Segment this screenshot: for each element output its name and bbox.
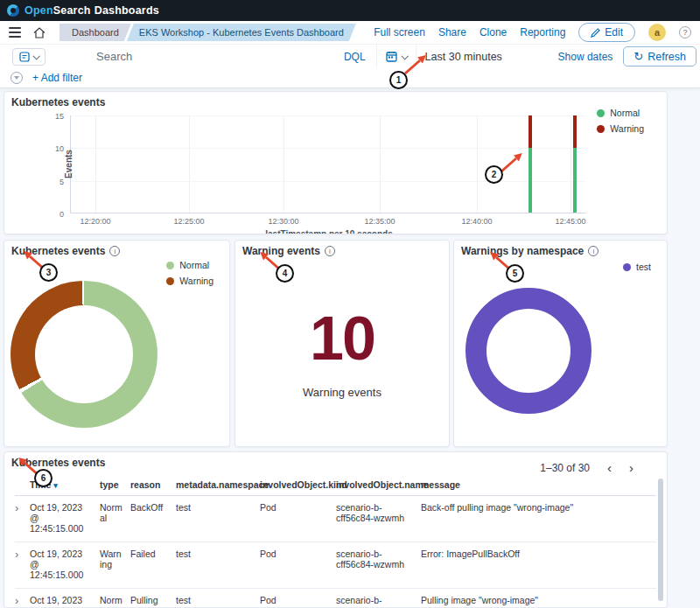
column-type[interactable]: type	[100, 476, 130, 496]
panel-kubernetes-events-table: Kubernetes events 1–30 of 30 ‹ › Time▾ t…	[4, 451, 668, 608]
search-input[interactable]	[52, 50, 333, 63]
table-header-row: Time▾ type reason metadata.namespace inv…	[15, 476, 656, 496]
legend-item-warning[interactable]: Warning	[597, 123, 644, 134]
info-icon[interactable]: i	[109, 246, 120, 256]
warning-dot-icon	[166, 277, 174, 285]
panel-kubernetes-events-histogram: Kubernetes events 15 10 5 0 12:20:00 12:…	[4, 91, 668, 234]
panel-title[interactable]: Kubernetes eventsi	[11, 245, 120, 257]
table-row[interactable]: › Oct 19, 2023 @ 12:45:15.000 Normal Bac…	[15, 496, 656, 542]
column-message[interactable]: message	[421, 476, 656, 496]
expand-row-icon[interactable]: ›	[15, 548, 18, 561]
chrome-bar: Dashboard EKS Workshop - Kubernetes Even…	[0, 21, 700, 44]
pencil-icon	[591, 28, 600, 38]
column-kind[interactable]: involvedObject.kind	[260, 476, 336, 496]
time-range-display[interactable]: Last 30 minutes	[416, 51, 558, 63]
x-tick: 12:20:00	[69, 217, 122, 226]
column-name[interactable]: involvedObject.name	[336, 476, 421, 496]
saved-query-icon	[19, 52, 30, 62]
panel-kubernetes-events-donut: Kubernetes eventsi Normal Warning	[4, 240, 230, 447]
breadcrumb: Dashboard EKS Workshop - Kubernetes Even…	[60, 24, 356, 41]
bar-warning-segment	[528, 115, 532, 148]
breadcrumb-dashboard[interactable]: Dashboard	[60, 24, 131, 41]
stacked-bar[interactable]	[573, 115, 577, 213]
y-tick: 15	[46, 112, 64, 121]
show-dates-link[interactable]: Show dates	[558, 51, 624, 63]
y-tick: 10	[46, 144, 64, 153]
bar-warning-segment	[573, 115, 577, 148]
panel-title[interactable]: Kubernetes events	[11, 96, 105, 108]
info-icon[interactable]: i	[325, 246, 335, 256]
filter-options-icon[interactable]	[10, 72, 23, 84]
histogram-plot-area: 15 10 5 0 12:20:00 12:25:00 12:30:00 12:…	[70, 115, 586, 213]
query-language-button[interactable]: DQL	[333, 51, 376, 63]
query-bar: DQL Last 30 minutes Show dates ↻ Refresh	[0, 44, 700, 68]
chevron-down-icon	[32, 52, 39, 59]
opensearch-dashboards-app: OpenSearchDashboards Dashboard EKS Works…	[0, 0, 700, 608]
legend-item-warning[interactable]: Warning	[166, 276, 214, 286]
table-row[interactable]: › Oct 19, 2023 @ 12:45:14.000 Normal Pul…	[15, 589, 656, 608]
y-tick: 0	[46, 210, 64, 219]
warning-events-metric-label: Warning events	[235, 386, 449, 399]
table-scrollbar[interactable]	[658, 479, 663, 601]
filter-bar: + Add filter	[0, 68, 700, 88]
chevron-down-icon	[401, 52, 408, 59]
legend-item-normal[interactable]: Normal	[597, 108, 644, 118]
column-reason[interactable]: reason	[130, 476, 176, 496]
column-time[interactable]: Time▾	[30, 476, 100, 496]
stacked-bar[interactable]	[528, 115, 532, 213]
x-tick: 12:45:00	[544, 217, 597, 226]
refresh-button[interactable]: ↻ Refresh	[623, 46, 696, 66]
home-icon[interactable]	[33, 27, 46, 38]
edit-button[interactable]: Edit	[578, 23, 635, 42]
events-table: Time▾ type reason metadata.namespace inv…	[15, 476, 656, 608]
previous-page-icon[interactable]: ‹	[607, 461, 612, 474]
legend-item-normal[interactable]: Normal	[166, 260, 214, 270]
share-link[interactable]: Share	[438, 26, 466, 38]
normal-dot-icon	[597, 109, 605, 117]
expand-row-icon[interactable]: ›	[15, 594, 18, 607]
warning-dot-icon	[597, 125, 605, 133]
namespace-donut[interactable]	[466, 288, 592, 414]
table-row[interactable]: › Oct 19, 2023 @ 12:45:15.000 Warning Fa…	[15, 542, 656, 589]
full-screen-link[interactable]: Full screen	[374, 26, 425, 38]
saved-query-menu-button[interactable]	[12, 48, 46, 66]
hamburger-menu-icon[interactable]	[9, 27, 21, 38]
opensearch-logo-icon	[7, 4, 19, 17]
avatar[interactable]: a	[648, 24, 666, 41]
brand-title: OpenSearchDashboards	[24, 4, 159, 17]
donut-legend: Normal Warning	[166, 260, 214, 286]
sort-desc-icon: ▾	[53, 481, 58, 490]
x-tick: 12:25:00	[163, 217, 215, 226]
top-nav-bar: OpenSearchDashboards	[0, 0, 700, 21]
events-donut[interactable]	[10, 281, 158, 428]
legend-item-test[interactable]: test	[623, 262, 651, 272]
pagination: 1–30 of 30 ‹ ›	[540, 461, 634, 474]
panel-title[interactable]: Kubernetes events	[11, 457, 105, 469]
panel-title[interactable]: Warning eventsi	[242, 245, 335, 257]
x-tick: 12:40:00	[451, 217, 503, 226]
histogram-legend: Normal Warning	[597, 108, 644, 134]
bar-normal-segment	[528, 148, 532, 213]
panel-title[interactable]: Warnings by namespacei	[461, 245, 598, 257]
pagination-range: 1–30 of 30	[540, 462, 590, 474]
test-dot-icon	[623, 263, 631, 271]
bar-normal-segment	[573, 148, 577, 213]
y-axis-label: Events	[64, 116, 74, 213]
x-tick: 12:30:00	[257, 217, 310, 226]
refresh-icon: ↻	[634, 51, 643, 62]
calendar-icon	[386, 51, 397, 62]
add-filter-link[interactable]: + Add filter	[32, 72, 82, 84]
warning-events-count: 10	[235, 304, 449, 374]
x-axis-label: lastTimestamp per 10 seconds	[71, 229, 587, 234]
clone-link[interactable]: Clone	[480, 26, 507, 38]
help-icon[interactable]: ?	[679, 26, 691, 38]
date-picker-button[interactable]	[376, 45, 416, 68]
next-page-icon[interactable]: ›	[629, 461, 634, 474]
namespace-legend: test	[623, 262, 651, 272]
breadcrumb-current-dashboard[interactable]: EKS Workshop - Kubernetes Events Dashboa…	[127, 24, 356, 41]
column-namespace[interactable]: metadata.namespace	[176, 476, 260, 496]
reporting-link[interactable]: Reporting	[520, 26, 565, 38]
info-icon[interactable]: i	[588, 246, 598, 256]
expander-header	[15, 476, 30, 496]
expand-row-icon[interactable]: ›	[15, 501, 18, 514]
